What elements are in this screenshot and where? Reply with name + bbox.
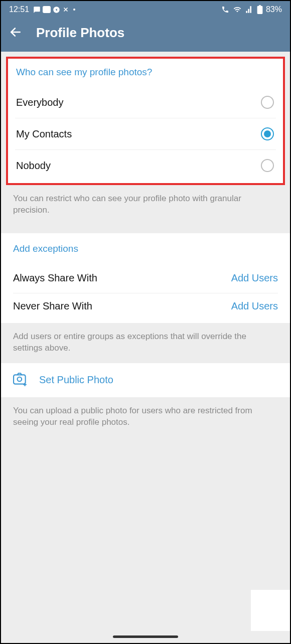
visibility-section-highlight: Who can see my profile photos? Everybody… [6, 57, 285, 185]
visibility-help-text: You can restrict who can see your profil… [1, 185, 290, 225]
always-share-row[interactable]: Always Share With Add Users [13, 265, 278, 293]
radio-unchecked-icon [261, 159, 274, 172]
svg-point-5 [18, 377, 22, 381]
camera-add-icon [13, 372, 28, 388]
radio-label: My Contacts [16, 128, 72, 140]
app-header: Profile Photos [1, 16, 290, 52]
set-public-photo-button[interactable]: Set Public Photo [1, 363, 290, 397]
visibility-section-title: Who can see my profile photos? [15, 63, 276, 87]
radio-checked-icon [261, 127, 274, 140]
signal-icon [245, 6, 254, 14]
battery-percent: 83% [266, 5, 282, 14]
exception-label: Always Share With [13, 272, 97, 284]
add-users-button[interactable]: Add Users [231, 300, 278, 312]
status-bar: 12:51 83% [1, 1, 290, 16]
call-icon [221, 6, 230, 14]
exceptions-section: Add exceptions Always Share With Add Use… [1, 233, 290, 323]
nav-pill[interactable] [113, 635, 178, 638]
radio-option-nobody[interactable]: Nobody [15, 150, 276, 181]
page-title: Profile Photos [36, 25, 124, 41]
never-share-row[interactable]: Never Share With Add Users [13, 293, 278, 321]
radio-label: Everybody [16, 97, 64, 108]
battery-icon [257, 5, 263, 14]
empty-space [1, 437, 290, 632]
add-users-button[interactable]: Add Users [231, 272, 278, 284]
status-time: 12:51 [9, 5, 29, 14]
exceptions-section-title: Add exceptions [13, 243, 278, 265]
radio-option-my-contacts[interactable]: My Contacts [15, 118, 276, 150]
system-nav-bar [1, 632, 290, 643]
radio-unchecked-icon [261, 96, 274, 109]
radio-option-everybody[interactable]: Everybody [15, 87, 276, 118]
status-right-icons: 83% [221, 5, 282, 14]
exception-label: Never Share With [13, 300, 92, 312]
svg-rect-1 [257, 6, 263, 14]
svg-rect-2 [259, 5, 261, 6]
svg-rect-4 [14, 375, 26, 384]
wifi-icon [233, 6, 242, 14]
white-patch [251, 590, 290, 631]
public-photo-help-text: You can upload a public photo for users … [1, 397, 290, 437]
back-arrow-icon[interactable] [9, 26, 22, 41]
exceptions-help-text: Add users or entire groups as exceptions… [1, 323, 290, 363]
radio-label: Nobody [16, 160, 51, 172]
status-app-icons [33, 6, 75, 14]
set-public-photo-label: Set Public Photo [39, 374, 113, 386]
